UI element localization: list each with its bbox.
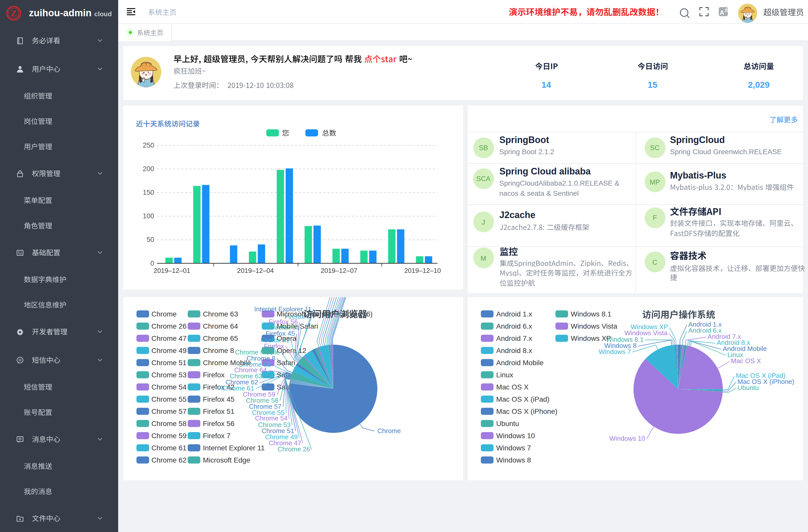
- svg-text:100: 100: [143, 212, 154, 220]
- svg-text:Z: Z: [11, 8, 17, 18]
- svg-text:250: 250: [143, 141, 154, 149]
- svg-text:150: 150: [143, 188, 154, 196]
- svg-text:2019–12–07: 2019–12–07: [320, 267, 357, 274]
- svg-text:200: 200: [143, 165, 154, 172]
- svg-text:2019–12–04: 2019–12–04: [237, 267, 274, 274]
- svg-text:0: 0: [150, 259, 154, 267]
- svg-text:2019–12–10: 2019–12–10: [404, 267, 441, 274]
- svg-text:50: 50: [147, 236, 154, 243]
- svg-text:2019–12–01: 2019–12–01: [154, 267, 190, 274]
